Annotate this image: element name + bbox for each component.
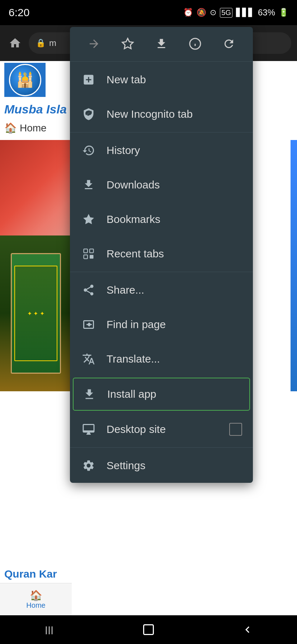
home-circle-icon (142, 623, 155, 636)
download-page-button[interactable] (152, 35, 170, 53)
forward-button[interactable] (85, 35, 103, 53)
share-label: Share... (107, 284, 144, 296)
refresh-button[interactable] (220, 35, 238, 53)
browser-menu: New tab New Incognito tab History Downlo… (70, 27, 253, 483)
logo-circle: 🕌 (9, 64, 41, 96)
divider-top (70, 61, 253, 62)
desktop-site-label: Desktop site (107, 423, 166, 435)
menu-item-recent-tabs[interactable]: Recent tabs (70, 237, 253, 271)
menu-item-translate[interactable]: Translate... (70, 342, 253, 376)
quran-title: Quran Kar (4, 568, 57, 580)
install-app-label: Install app (107, 388, 156, 400)
menu-item-new-tab[interactable]: New tab (70, 62, 253, 97)
svg-rect-8 (90, 255, 94, 259)
svg-rect-6 (90, 249, 94, 253)
signal-5g-icon: 5G (220, 8, 232, 18)
translate-label: Translate... (107, 353, 160, 365)
install-app-icon (81, 386, 97, 402)
back-chevron-icon (241, 623, 254, 636)
mosque-icon: 🕌 (16, 71, 34, 88)
recent-tabs-icon (81, 246, 96, 262)
nav-home-button[interactable] (138, 619, 159, 640)
find-label: Find in page (107, 318, 166, 331)
bottom-home-icon: 🏠 (30, 589, 42, 601)
history-label: History (107, 144, 140, 157)
site-bottom-nav: 🏠 Home (0, 583, 72, 615)
svg-rect-9 (144, 625, 154, 635)
nav-recent-button[interactable]: ||| (39, 619, 60, 640)
find-icon (81, 317, 96, 332)
desktop-site-icon (81, 421, 96, 437)
menu-item-install-app[interactable]: Install app (73, 378, 250, 411)
mute-icon: 🔕 (197, 8, 206, 17)
desktop-site-checkbox[interactable] (229, 423, 242, 436)
menu-item-find[interactable]: Find in page (70, 307, 253, 342)
divider-1 (70, 132, 253, 132)
history-icon (81, 143, 96, 158)
divider-3 (70, 447, 253, 448)
site-logo: 🕌 (4, 63, 46, 97)
bottom-home-label: Home (26, 601, 45, 610)
share-icon (81, 282, 96, 298)
settings-icon (81, 458, 96, 473)
home-nav-label: Home (20, 122, 47, 134)
lock-icon: 🔒 (36, 38, 46, 48)
battery-level: 63% (258, 8, 275, 18)
svg-rect-5 (84, 249, 88, 253)
new-tab-label: New tab (107, 74, 146, 86)
bookmarks-icon (81, 211, 96, 227)
recent-tabs-label: Recent tabs (107, 248, 164, 260)
incognito-icon (81, 106, 96, 122)
svg-marker-0 (122, 38, 133, 49)
menu-item-settings[interactable]: Settings (70, 448, 253, 483)
home-button[interactable] (6, 34, 24, 52)
svg-marker-4 (83, 214, 94, 224)
divider-2 (70, 272, 253, 272)
wifi-icon: ⊙ (210, 8, 216, 17)
new-tab-icon (81, 72, 96, 88)
home-nav-icon: 🏠 (4, 122, 17, 134)
site-title: Musba Isla (4, 102, 67, 116)
alarm-icon: ⏰ (183, 8, 193, 17)
site-nav: 🏠 Home (4, 122, 47, 134)
menu-toolbar (70, 27, 253, 61)
downloads-label: Downloads (107, 179, 160, 191)
translate-icon (81, 351, 96, 367)
url-text: m (49, 38, 56, 48)
nav-back-button[interactable] (237, 619, 258, 640)
bookmarks-label: Bookmarks (107, 213, 160, 225)
menu-item-bookmarks[interactable]: Bookmarks (70, 202, 253, 237)
bookmark-button[interactable] (119, 35, 137, 53)
side-strip (291, 140, 297, 391)
downloads-icon (81, 177, 96, 193)
page-info-button[interactable] (186, 35, 204, 53)
menu-item-desktop-site[interactable]: Desktop site (70, 412, 253, 447)
menu-item-downloads[interactable]: Downloads (70, 168, 253, 202)
svg-rect-7 (84, 255, 88, 259)
menu-item-incognito[interactable]: New Incognito tab (70, 97, 253, 131)
incognito-label: New Incognito tab (107, 108, 193, 120)
status-icons: ⏰ 🔕 ⊙ 5G ▋▋▋ 63% 🔋 (183, 8, 288, 18)
recent-icon: ||| (45, 625, 54, 635)
quran-image: ✦ ✦ ✦ (0, 140, 72, 391)
android-nav-bar: ||| (0, 615, 297, 644)
menu-item-history[interactable]: History (70, 133, 253, 168)
status-bar: 6:20 ⏰ 🔕 ⊙ 5G ▋▋▋ 63% 🔋 (0, 0, 297, 25)
signal-bars-icon: ▋▋▋ (236, 8, 254, 17)
menu-item-share[interactable]: Share... (70, 273, 253, 307)
status-time: 6:20 (9, 6, 29, 19)
site-hero-image: ✦ ✦ ✦ (0, 140, 72, 391)
battery-icon: 🔋 (279, 8, 288, 17)
settings-label: Settings (107, 459, 145, 472)
